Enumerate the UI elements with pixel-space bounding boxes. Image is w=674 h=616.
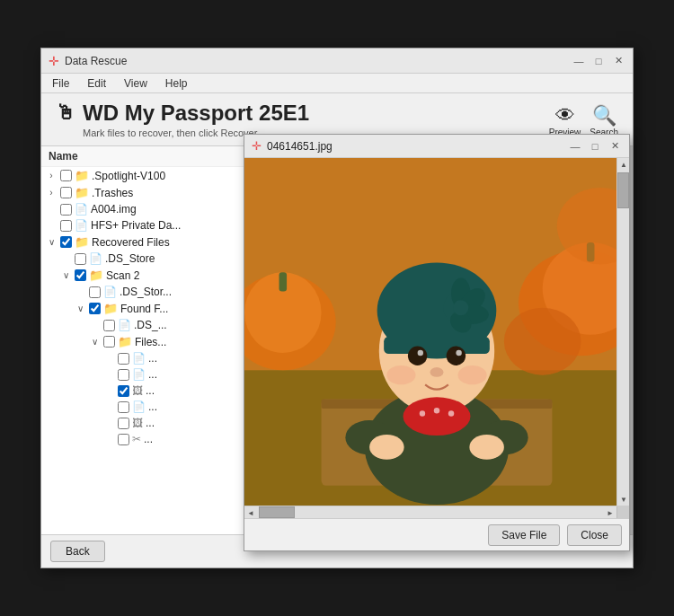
scroll-up-icon[interactable]: ▲: [617, 158, 629, 171]
file-icon: ✂: [132, 433, 141, 445]
minimize-button[interactable]: —: [572, 54, 586, 68]
maximize-button[interactable]: □: [591, 54, 606, 68]
item-checkbox[interactable]: [118, 418, 129, 429]
file-icon: 📄: [132, 368, 146, 381]
folder-icon: 📁: [118, 335, 132, 348]
list-item[interactable]: 📄 .DS_Stor...: [41, 284, 247, 300]
list-item[interactable]: › 📁 .Spotlight-V100: [41, 167, 247, 184]
app-window: ✛ Data Rescue — □ ✕ File Edit View Help …: [40, 48, 634, 568]
list-item[interactable]: 📄 ...: [41, 366, 247, 383]
item-checkbox[interactable]: [60, 170, 72, 181]
preview-image: [244, 158, 629, 506]
list-item[interactable]: ✂ ...: [41, 431, 247, 447]
preview-footer: Save File Close: [244, 518, 629, 550]
list-item[interactable]: 📄 .DS_...: [41, 317, 247, 333]
item-checkbox[interactable]: [103, 336, 115, 348]
close-button[interactable]: ✕: [611, 54, 625, 68]
preview-title-controls: — □ ✕: [568, 139, 622, 154]
item-checkbox[interactable]: [60, 204, 72, 216]
chevron-right-icon: ›: [45, 188, 58, 198]
svg-point-24: [453, 300, 468, 315]
title-bar-controls: — □ ✕: [572, 54, 625, 68]
menu-help[interactable]: Help: [162, 76, 191, 91]
chevron-right-icon: ›: [45, 171, 58, 180]
save-file-button[interactable]: Save File: [488, 524, 560, 546]
svg-point-27: [447, 347, 466, 365]
item-checkbox[interactable]: [118, 353, 129, 365]
svg-point-14: [404, 397, 471, 436]
preview-title-left: ✛ 04614651.jpg: [252, 139, 333, 153]
drive-name: WD My Passport 25E1: [83, 101, 309, 126]
item-checkbox[interactable]: [60, 220, 72, 232]
item-checkbox[interactable]: [60, 187, 72, 198]
item-checkbox[interactable]: [118, 385, 129, 397]
list-item[interactable]: 🖼 ...: [41, 415, 247, 431]
folder-icon: 📁: [75, 169, 89, 182]
preview-icon: 👁: [555, 104, 575, 128]
list-item[interactable]: 📄 A004.img: [41, 201, 247, 217]
svg-point-33: [369, 435, 404, 460]
title-bar: ✛ Data Rescue — □ ✕: [41, 48, 633, 74]
menu-file[interactable]: File: [49, 76, 73, 91]
file-icon: 📄: [75, 203, 88, 216]
item-label: .Spotlight-V100: [92, 170, 165, 182]
file-icon: 📄: [75, 219, 88, 232]
svg-point-36: [458, 365, 487, 384]
item-checkbox[interactable]: [75, 253, 86, 265]
list-item[interactable]: 📄 .DS_Store: [41, 251, 247, 267]
item-checkbox[interactable]: [75, 269, 86, 281]
item-checkbox[interactable]: [89, 286, 101, 298]
list-item[interactable]: ∨ 📁 Found F...: [41, 300, 247, 317]
svg-point-8: [504, 308, 581, 375]
item-label: A004.img: [91, 203, 137, 216]
list-item[interactable]: ∨ 📁 Scan 2: [41, 267, 247, 284]
preview-close-button[interactable]: ✕: [607, 139, 622, 154]
list-item[interactable]: ∨ 📁 Recovered Files: [41, 233, 247, 251]
svg-point-26: [408, 347, 427, 365]
image-file-icon: 🖼: [132, 417, 143, 429]
scroll-right-icon[interactable]: ►: [604, 506, 616, 519]
menu-view[interactable]: View: [120, 76, 151, 91]
scroll-thumb-vertical[interactable]: [617, 172, 629, 208]
file-icon: 📄: [89, 252, 102, 265]
svg-point-35: [386, 365, 415, 384]
search-action[interactable]: 🔍 Search: [590, 104, 618, 137]
chevron-down-icon: ∨: [88, 337, 101, 347]
item-label: Scan 2: [106, 269, 139, 282]
preview-app-icon: ✛: [252, 139, 262, 153]
preview-minimize-button[interactable]: —: [568, 139, 582, 154]
preview-title-bar: ✛ 04614651.jpg — □ ✕: [244, 135, 629, 158]
vertical-scrollbar[interactable]: ▲ ▼: [616, 158, 629, 506]
list-item[interactable]: 📄 ...: [41, 399, 247, 415]
list-item[interactable]: ∨ 📁 Files...: [41, 333, 247, 350]
preview-action[interactable]: 👁 Preview: [549, 104, 581, 137]
item-label: ...: [146, 384, 155, 397]
menu-edit[interactable]: Edit: [84, 76, 110, 91]
list-item[interactable]: › 📁 .Trashes: [41, 184, 247, 201]
scroll-down-icon[interactable]: ▼: [617, 493, 629, 506]
back-button[interactable]: Back: [50, 541, 105, 562]
drive-icon: 🖱: [56, 101, 75, 125]
item-checkbox[interactable]: [89, 303, 101, 314]
close-preview-button[interactable]: Close: [567, 524, 622, 546]
title-bar-left: ✛ Data Rescue: [49, 54, 127, 68]
item-checkbox[interactable]: [118, 369, 129, 381]
preview-image-area: ▲ ▼: [244, 158, 629, 506]
list-item[interactable]: 📄 ...: [41, 350, 247, 366]
app-title: Data Rescue: [65, 55, 127, 67]
folder-icon: 📁: [75, 186, 89, 199]
item-checkbox[interactable]: [103, 320, 115, 331]
item-checkbox[interactable]: [118, 401, 129, 413]
svg-point-17: [448, 410, 454, 416]
file-icon: 📄: [118, 319, 131, 331]
item-label: ...: [144, 433, 153, 445]
item-label: ...: [146, 417, 155, 429]
item-checkbox[interactable]: [60, 236, 72, 248]
svg-point-16: [434, 408, 439, 413]
scroll-left-icon[interactable]: ◄: [244, 506, 257, 519]
scroll-thumb-horizontal[interactable]: [259, 506, 295, 518]
list-item[interactable]: 🖼 ...: [41, 383, 247, 399]
list-item[interactable]: 📄 HFS+ Private Da...: [41, 217, 247, 233]
item-checkbox[interactable]: [118, 434, 129, 445]
preview-maximize-button[interactable]: □: [588, 139, 602, 154]
